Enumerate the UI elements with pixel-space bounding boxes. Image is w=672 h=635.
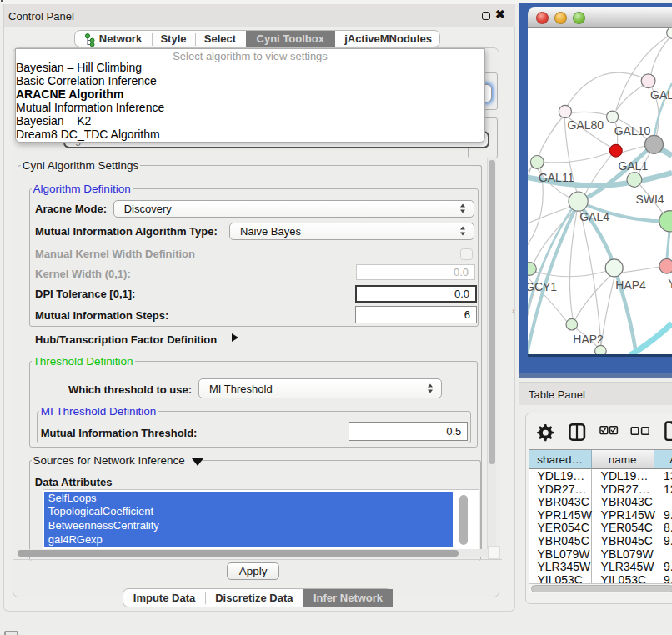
svg-text:GAL7: GAL7 bbox=[650, 88, 672, 102]
svg-text:GAL1: GAL1 bbox=[618, 159, 648, 172]
svg-text:GAL10: GAL10 bbox=[614, 124, 651, 138]
svg-text:HAP4: HAP4 bbox=[615, 278, 646, 292]
svg-text:GAL11: GAL11 bbox=[539, 171, 574, 184]
svg-text:HAP2: HAP2 bbox=[573, 332, 604, 346]
svg-text:GAL4: GAL4 bbox=[579, 210, 609, 223]
svg-text:GCY1: GCY1 bbox=[528, 280, 557, 293]
svg-text:SWI4: SWI4 bbox=[635, 192, 664, 206]
svg-text:Y: Y bbox=[668, 277, 672, 290]
svg-text:GAL80: GAL80 bbox=[568, 118, 604, 132]
